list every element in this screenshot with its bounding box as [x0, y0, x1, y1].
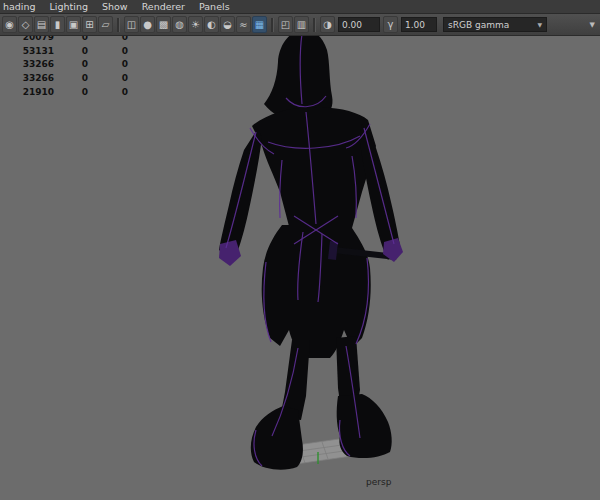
torso [252, 108, 376, 235]
toolbar-separator [313, 18, 316, 32]
panel-menu-bar: hading Lighting Show Renderer Panels [0, 0, 600, 14]
toolbar-separator [271, 18, 274, 32]
menu-item-renderer[interactable]: Renderer [142, 0, 185, 13]
select-camera-icon[interactable]: ◉ [2, 16, 17, 33]
character-model[interactable] [219, 30, 403, 470]
exposure-field[interactable] [338, 17, 380, 32]
right-boot [337, 394, 392, 458]
default-material-icon[interactable]: ◍ [172, 16, 187, 33]
textured-icon[interactable]: ▩ [156, 16, 171, 33]
image-plane-icon[interactable]: ▣ [66, 16, 81, 33]
maya-viewport-panel: hading Lighting Show Renderer Panels ◉ ◇… [0, 0, 600, 500]
hud-value: 0 [54, 45, 88, 59]
toolbar-overflow-icon[interactable]: ▼ [590, 21, 598, 29]
left-boot [251, 406, 303, 470]
poly-count-hud: 20079 0 0 53131 0 0 33266 0 0 33266 0 0 … [6, 31, 128, 100]
hud-value: 33266 [6, 72, 54, 86]
grease-pencil-icon[interactable]: ▱ [98, 16, 113, 33]
color-management-dropdown[interactable]: sRGB gamma ▼ [443, 17, 547, 32]
hud-value: 0 [88, 58, 128, 72]
menu-item-lighting[interactable]: Lighting [50, 0, 88, 13]
lighting-icon[interactable]: ☀ [188, 16, 203, 33]
shadows-icon[interactable]: ◐ [204, 16, 219, 33]
hud-value: 0 [88, 45, 128, 59]
x-ray-icon[interactable]: ▥ [294, 16, 309, 33]
toolbar-separator [117, 18, 120, 32]
lock-camera-icon[interactable]: ◇ [18, 16, 33, 33]
viewport-toolbar: ◉ ◇ ▤ ▮ ▣ ⊞ ▱ ◫ ● ▩ ◍ ☀ ◐ ◒ ≈ ▦ ◰ ▥ ◑ γ … [0, 14, 600, 36]
isolate-select-icon[interactable]: ◰ [278, 16, 293, 33]
gamma-icon[interactable]: γ [383, 16, 398, 33]
hud-value: 0 [54, 72, 88, 86]
menu-item-panels[interactable]: Panels [199, 0, 230, 13]
ambient-occlusion-icon[interactable]: ◒ [220, 16, 235, 33]
hud-value: 0 [54, 58, 88, 72]
chevron-down-icon: ▼ [537, 21, 542, 28]
motion-blur-icon[interactable]: ≈ [236, 16, 251, 33]
anti-aliasing-icon[interactable]: ▦ [252, 16, 267, 33]
hud-value: 0 [54, 86, 88, 100]
hud-value: 0 [88, 86, 128, 100]
viewport-camera-label: persp [366, 477, 391, 487]
color-management-value: sRGB gamma [448, 20, 509, 30]
hud-value: 0 [88, 72, 128, 86]
hud-value: 33266 [6, 58, 54, 72]
wireframe-icon[interactable]: ◫ [124, 16, 139, 33]
hud-value: 21910 [6, 86, 54, 100]
hud-value: 53131 [6, 45, 54, 59]
menu-item-show[interactable]: Show [102, 0, 128, 13]
bookmarks-icon[interactable]: ▮ [50, 16, 65, 33]
gamma-field[interactable] [401, 17, 437, 32]
smooth-shade-icon[interactable]: ● [140, 16, 155, 33]
menu-item-shading[interactable]: hading [3, 0, 36, 13]
exposure-icon[interactable]: ◑ [320, 16, 335, 33]
pan-zoom-icon[interactable]: ⊞ [82, 16, 97, 33]
camera-attributes-icon[interactable]: ▤ [34, 16, 49, 33]
